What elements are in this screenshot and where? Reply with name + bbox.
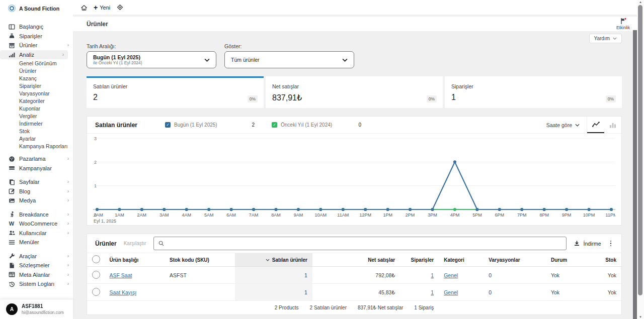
- sidebar-item-meta-alanlar[interactable]: Meta Alanlar ›: [0, 270, 73, 280]
- category-link[interactable]: Genel: [444, 289, 458, 295]
- interval-select[interactable]: Saate göre: [539, 122, 587, 128]
- sidebar-subitem[interactable]: Vergiler: [0, 112, 73, 120]
- menus-icon: [8, 239, 15, 246]
- sidebar-item-urunler[interactable]: Ürünler ›: [0, 41, 73, 50]
- sidebar-subitem[interactable]: Kazanç: [0, 74, 73, 82]
- sidebar-item-menuler[interactable]: Menüler: [0, 238, 73, 247]
- help-button[interactable]: Yardım: [589, 34, 622, 43]
- sidebar-item-breakdance[interactable]: Breakdance ›: [0, 210, 73, 220]
- sidebar-subitem[interactable]: Ürünler: [0, 67, 73, 74]
- product-link[interactable]: ASF Saat: [109, 272, 132, 278]
- svg-text:9AM: 9AM: [294, 212, 303, 218]
- breakdance-topbar-icon[interactable]: [116, 4, 124, 11]
- sidebar-item-kullanicilar[interactable]: Kullanıcılar ›: [0, 229, 73, 238]
- svg-text:10AM: 10AM: [315, 212, 327, 218]
- scroll-down-arrow[interactable]: ▼: [637, 315, 644, 318]
- woocommerce-icon: W: [8, 220, 15, 227]
- tile-net-satislar[interactable]: Net satışlar 837,91₺ 0%: [266, 76, 443, 108]
- sidebar-subitem[interactable]: İndirmeler: [0, 120, 73, 127]
- col-stok-kodu[interactable]: Stok kodu (SKU): [165, 253, 235, 267]
- sidebar-item-sayfalar[interactable]: Sayfalar ›: [0, 177, 73, 187]
- browser-scrollbar[interactable]: ▲ ▼: [637, 0, 644, 319]
- tile-siparisler[interactable]: Siparişler 1 0%: [445, 76, 622, 108]
- category-link[interactable]: Genel: [444, 272, 458, 278]
- sidebar-item-pazarlama[interactable]: Pazarlama ›: [0, 154, 73, 164]
- sidebar-item-baslangic[interactable]: Başlangıç: [0, 22, 73, 32]
- sidebar-subitem[interactable]: Siparişler: [0, 82, 73, 89]
- brand-name: A Sound Fiction: [19, 6, 59, 12]
- sidebar-subitem[interactable]: Genel Görünüm: [0, 59, 73, 67]
- sidebar-item-araclar[interactable]: Araçlar ›: [0, 252, 73, 261]
- col-urun-basligi[interactable]: Ürün başlığı: [104, 253, 165, 267]
- sidebar-subitem[interactable]: Kuponlar: [0, 104, 73, 112]
- sidebar-item-sistem-loglari[interactable]: Sistem Logları ›: [0, 279, 73, 289]
- brand[interactable]: A Sound Fiction: [0, 0, 73, 16]
- chevron-right-icon: ›: [67, 281, 69, 286]
- chevron-right-icon: ›: [67, 212, 69, 217]
- date-range-select[interactable]: Bugün (1 Eyl 2025) ile Önceki Yıl (1 Eyl…: [87, 51, 216, 68]
- legend-previous-period[interactable]: ✓ Önceki Yıl (1 Eyl 2024) 0: [272, 122, 378, 128]
- line-chart-type-button[interactable]: [587, 117, 604, 133]
- sidebar-item-medya[interactable]: Medya ›: [0, 196, 73, 205]
- summary-item: 2 Satılan ürünler: [310, 305, 347, 310]
- svg-text:2AM: 2AM: [137, 212, 147, 218]
- home-icon[interactable]: [80, 4, 88, 11]
- scrollbar-thumb[interactable]: [638, 5, 642, 295]
- new-button[interactable]: + Yeni: [94, 4, 110, 11]
- sidebar-subitem[interactable]: Kategoriler: [0, 97, 73, 104]
- media-icon: [8, 197, 15, 204]
- col-satilan-urunler[interactable]: Satılan ürünler: [235, 253, 312, 267]
- compare-button[interactable]: Karşılaştır: [124, 241, 146, 246]
- sidebar-item-kampanyalar[interactable]: Kampanyalar: [0, 164, 73, 173]
- show-filter-select[interactable]: Tüm ürünler: [224, 51, 354, 68]
- svg-text:7PM: 7PM: [517, 212, 527, 218]
- products-icon: [8, 42, 15, 49]
- sidebar-subitem[interactable]: Kampanya Raporları: [0, 142, 73, 150]
- scroll-up-arrow[interactable]: ▲: [637, 1, 644, 4]
- col-kategori[interactable]: Kategori: [439, 253, 484, 267]
- user-account[interactable]: A ASF1881 hi@asoundfiction.com: [0, 299, 73, 319]
- page-scrollbar[interactable]: [633, 30, 637, 319]
- bar-chart-type-button[interactable]: [604, 117, 621, 133]
- more-options-icon[interactable]: [608, 241, 614, 247]
- row-checkbox[interactable]: [92, 271, 100, 279]
- chart-card: Satılan ürünler ✓ Bugün (1 Eyl 2025) 2 ✓…: [87, 116, 622, 226]
- table-row: Saat Kayışı 1 45,83₺ 1 Genel 0 Yok Yok: [87, 284, 621, 301]
- summary-item: 1 Sipariş: [414, 305, 434, 310]
- col-siparisler[interactable]: Siparişler: [400, 253, 439, 267]
- svg-text:8AM: 8AM: [271, 212, 281, 218]
- activity-button[interactable]: Etkinlik: [616, 18, 633, 30]
- row-checkbox[interactable]: [92, 288, 100, 296]
- checkbox-checked-icon: ✓: [272, 122, 277, 128]
- col-varyasyonlar[interactable]: Varyasyonlar: [484, 253, 546, 267]
- select-all-checkbox[interactable]: [92, 255, 100, 263]
- user-name: ASF1881: [22, 303, 64, 310]
- line-chart[interactable]: 012312AM1AM2AM3AM4AM5AM6AM7AM8AM9AM10AM1…: [93, 136, 615, 225]
- orders-link[interactable]: 1: [431, 289, 434, 295]
- sidebar-subitem[interactable]: Stok: [0, 127, 73, 135]
- col-net-satislar[interactable]: Net satışlar: [312, 253, 400, 267]
- sidebar-item-woocommerce[interactable]: W WooCommerce ›: [0, 219, 73, 229]
- sidebar-item-analiz[interactable]: Analiz ›: [0, 50, 68, 60]
- sidebar-subitem[interactable]: Ayarlar: [0, 135, 73, 142]
- download-button[interactable]: İndirme: [574, 240, 601, 247]
- orders-link[interactable]: 1: [431, 272, 434, 278]
- svg-text:5AM: 5AM: [204, 212, 214, 218]
- sidebar-item-blog[interactable]: Blog ›: [0, 187, 73, 196]
- col-durum[interactable]: Durum: [546, 253, 595, 267]
- chevron-right-icon: ›: [62, 52, 64, 57]
- legend-current-period[interactable]: ✓ Bugün (1 Eyl 2025) 2: [165, 122, 272, 128]
- col-stok[interactable]: Stok: [595, 253, 621, 267]
- product-link[interactable]: Saat Kayışı: [109, 289, 136, 295]
- search-box[interactable]: [153, 237, 567, 250]
- sidebar-item-sozlesmeler[interactable]: Sözleşmeler ›: [0, 261, 73, 270]
- checkbox-checked-icon: ✓: [165, 122, 171, 128]
- products-table: Ürün başlığı Stok kodu (SKU) Satılan ürü…: [87, 253, 621, 301]
- search-input[interactable]: [168, 240, 562, 247]
- sidebar-item-siparisler[interactable]: Siparişler: [0, 32, 73, 41]
- sidebar-subitem[interactable]: Varyasyonlar: [0, 89, 73, 97]
- chevron-down-icon: [575, 124, 580, 127]
- stock-cell: Yok: [595, 267, 621, 284]
- sidebar: A Sound Fiction Başlangıç Siparişler Ürü…: [0, 0, 73, 319]
- tile-satilan-urunler[interactable]: Satılan ürünler 2 0%: [87, 76, 264, 108]
